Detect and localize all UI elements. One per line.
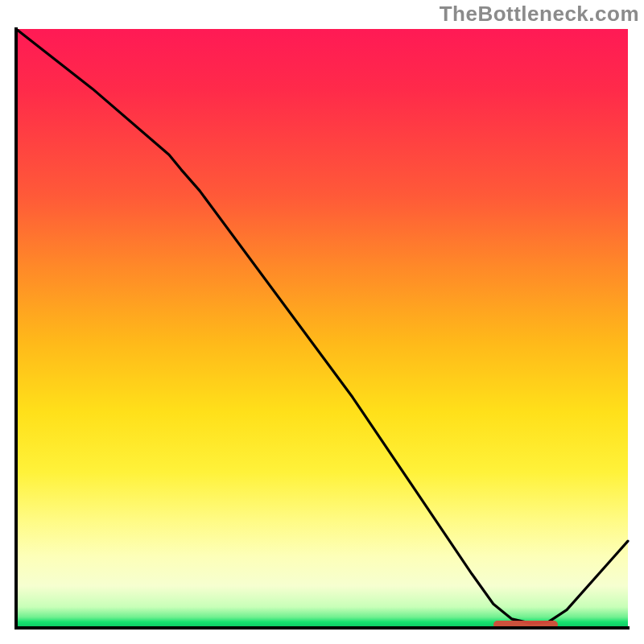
y-axis-line [14,27,18,630]
bottleneck-curve [16,29,628,628]
watermark-label: TheBottleneck.com [440,2,639,27]
x-axis-line [14,626,630,630]
plot-area [16,29,628,628]
chart-stage: TheBottleneck.com [0,0,644,644]
